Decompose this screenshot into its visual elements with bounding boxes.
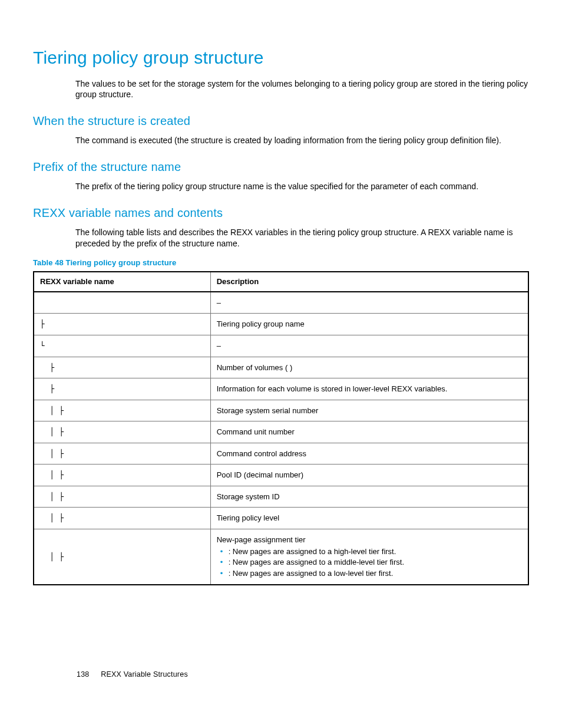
cell-rexx-name: │ ├ — [34, 529, 210, 585]
table-row: │ ├Pool ID (decimal number) — [34, 465, 528, 486]
section-heading-created: When the structure is created — [33, 113, 529, 129]
cell-rexx-name: ├ — [34, 357, 210, 378]
tree-glyph: │ ├ — [40, 470, 64, 479]
cell-description: Pool ID (decimal number) — [210, 465, 528, 486]
tree-glyph: ├ — [40, 319, 45, 328]
desc-list-item: : New pages are assigned to a middle-lev… — [220, 557, 522, 568]
cell-description: Command control address — [210, 443, 528, 465]
intro-paragraph: The values to be set for the storage sys… — [75, 78, 529, 101]
page: Tiering policy group structure The value… — [0, 0, 562, 728]
table-row: ├Information for each volume is stored i… — [34, 378, 528, 400]
cell-rexx-name: └ — [34, 335, 210, 357]
section-body-rexx: The following table lists and describes … — [75, 227, 529, 249]
cell-rexx-name: │ ├ — [34, 465, 210, 486]
table-row: ├Number of volumes ( ) — [34, 357, 528, 378]
table-row: │ ├Command control address — [34, 443, 528, 465]
cell-rexx-name: │ ├ — [34, 421, 210, 443]
table-row: │ ├Command unit number — [34, 421, 528, 443]
cell-rexx-name: ├ — [34, 378, 210, 400]
table-row: ├Tiering policy group name — [34, 314, 528, 335]
page-number: 138 — [77, 670, 89, 678]
page-title: Tiering policy group structure — [33, 46, 529, 70]
desc-list-item: : New pages are assigned to a high-level… — [220, 546, 522, 557]
section-body-created: The command is executed (the structure i… — [75, 135, 529, 146]
cell-description: Information for each volume is stored in… — [210, 378, 528, 400]
cell-rexx-name: │ ├ — [34, 486, 210, 508]
table-header-row: REXX variable name Description — [34, 272, 528, 292]
section-body-prefix: The prefix of the tiering policy group s… — [75, 181, 529, 192]
cell-description: Tiering policy level — [210, 508, 528, 529]
table-row: │ ├Storage system ID — [34, 486, 528, 508]
tree-glyph: └ — [40, 341, 45, 350]
cell-description: Storage system serial number — [210, 400, 528, 421]
tree-glyph: │ ├ — [40, 449, 64, 458]
cell-description: Command unit number — [210, 421, 528, 443]
page-footer: 138 REXX Variable Structures — [77, 670, 188, 680]
tree-glyph: │ ├ — [40, 406, 64, 415]
tree-glyph: ├ — [40, 384, 54, 393]
cell-rexx-name — [34, 292, 210, 314]
cell-rexx-name: ├ — [34, 314, 210, 335]
cell-rexx-name: │ ├ — [34, 443, 210, 465]
table-header-name: REXX variable name — [34, 272, 210, 292]
tree-glyph: │ ├ — [40, 552, 64, 561]
table-body: –├Tiering policy group name└– ├Number of… — [34, 292, 528, 585]
tree-glyph: │ ├ — [40, 492, 64, 501]
cell-rexx-name: │ ├ — [34, 508, 210, 529]
cell-rexx-name: │ ├ — [34, 400, 210, 421]
cell-description: Storage system ID — [210, 486, 528, 508]
cell-description: New-page assignment tier : New pages are… — [210, 529, 528, 585]
table-header-desc: Description — [210, 272, 528, 292]
tree-glyph: ├ — [40, 363, 54, 372]
cell-description: Number of volumes ( ) — [210, 357, 528, 378]
section-heading-rexx: REXX variable names and contents — [33, 205, 529, 221]
tree-glyph: │ ├ — [40, 427, 64, 436]
structure-table: REXX variable name Description –├Tiering… — [33, 271, 529, 585]
desc-list-item: : New pages are assigned to a low-level … — [220, 568, 522, 579]
table-caption: Table 48 Tiering policy group structure — [33, 258, 529, 268]
table-row: └– — [34, 335, 528, 357]
desc-list: : New pages are assigned to a high-level… — [217, 546, 522, 579]
table-row: │ ├Tiering policy level — [34, 508, 528, 529]
table-row: – — [34, 292, 528, 314]
desc-lead: New-page assignment tier — [217, 535, 522, 545]
cell-description: Tiering policy group name — [210, 314, 528, 335]
footer-section: REXX Variable Structures — [101, 670, 188, 678]
section-heading-prefix: Prefix of the structure name — [33, 159, 529, 175]
table-row: │ ├Storage system serial number — [34, 400, 528, 421]
tree-glyph: │ ├ — [40, 513, 64, 522]
cell-description: – — [210, 292, 528, 314]
table-row: │ ├New-page assignment tier : New pages … — [34, 529, 528, 585]
cell-description: – — [210, 335, 528, 357]
